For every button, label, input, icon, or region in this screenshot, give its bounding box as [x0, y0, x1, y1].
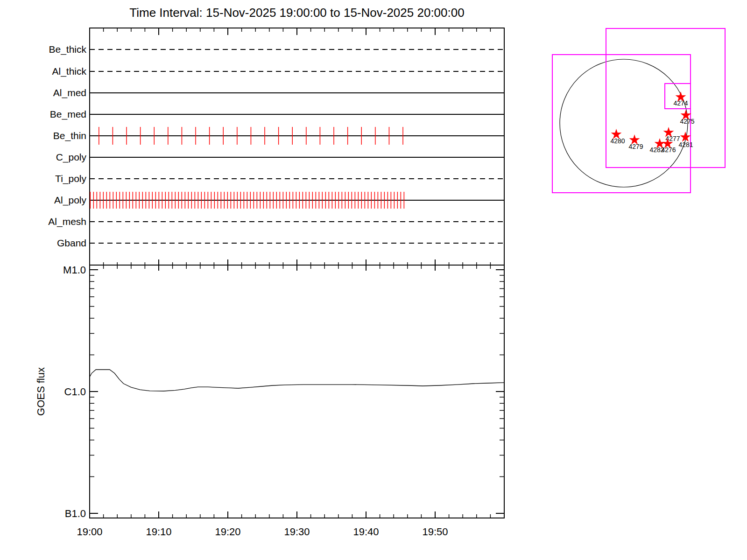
filter-row-label: Al_poly — [54, 195, 86, 206]
x-tick-label: 19:10 — [146, 526, 171, 538]
fov-box — [552, 55, 691, 193]
filter-row-label: Al_med — [53, 87, 86, 98]
goes-ylabel: GOES flux — [35, 367, 47, 416]
x-tick-label: 19:50 — [422, 526, 448, 538]
filter-row-Gband: Gband — [57, 238, 504, 248]
filter-row-Be_thin: Be_thin — [53, 127, 504, 145]
filter-row-label: Be_thick — [49, 44, 86, 55]
filter-row-label: C_poly — [56, 152, 87, 163]
filter-row-C_poly: C_poly — [56, 152, 504, 163]
goes-panel-border — [90, 265, 504, 518]
goes-flux-curve — [90, 370, 504, 391]
filter-timeline-panel: Be_thickAl_thickAl_medBe_medBe_thinC_pol… — [48, 28, 504, 265]
filter-row-label: Be_med — [50, 109, 86, 120]
filter-row-Ti_poly: Ti_poly — [55, 173, 504, 184]
filter-row-Be_thick: Be_thick — [49, 44, 504, 55]
y-tick-label: B1.0 — [65, 508, 86, 519]
goes-x-axis-ticks — [90, 259, 504, 518]
filter-row-Al_med: Al_med — [53, 87, 504, 98]
plot-canvas: Be_thickAl_thickAl_medBe_medBe_thinC_pol… — [0, 0, 747, 560]
active-region-label: 4281 — [678, 141, 693, 148]
x-tick-label: 19:30 — [284, 526, 310, 538]
filter-row-Al_thick: Al_thick — [52, 66, 504, 77]
active-region-label: 4279 — [628, 143, 643, 150]
active-region-label: 4280 — [610, 137, 625, 145]
filter-row-label: Ti_poly — [55, 173, 86, 184]
x-tick-label: 19:20 — [215, 526, 240, 538]
y-tick-label: C1.0 — [64, 386, 86, 398]
filter-row-label: Al_thick — [52, 66, 86, 77]
solar-disk-map: 42744275427742814280427942824276 — [552, 28, 725, 193]
xrt-observation-summary-page: { "title": "Time Interval: 15-Nov-2025 1… — [0, 0, 747, 560]
active-region-label: 4274 — [673, 99, 688, 107]
filter-row-Al_mesh: Al_mesh — [48, 216, 504, 227]
filter-panel-border — [90, 28, 504, 265]
active-region-label: 4276 — [661, 146, 676, 154]
filter-row-label: Be_thin — [53, 130, 86, 141]
goes-flux-panel: 19:0019:1019:2019:3019:4019:50M1.0C1.0B1… — [35, 259, 504, 538]
x-tick-label: 19:40 — [353, 526, 379, 538]
x-tick-label: 19:00 — [77, 526, 102, 538]
filter-row-label: Al_mesh — [48, 216, 86, 227]
goes-y-axis-ticks: M1.0C1.0B1.0 — [63, 264, 504, 519]
active-region-label: 4275 — [680, 118, 694, 125]
y-tick-label: M1.0 — [63, 264, 86, 276]
filter-row-Al_poly: Al_poly — [54, 192, 504, 209]
filter-row-Be_med: Be_med — [50, 109, 504, 120]
filter-panel-top-ticks — [90, 28, 504, 35]
filter-row-label: Gband — [57, 238, 86, 248]
